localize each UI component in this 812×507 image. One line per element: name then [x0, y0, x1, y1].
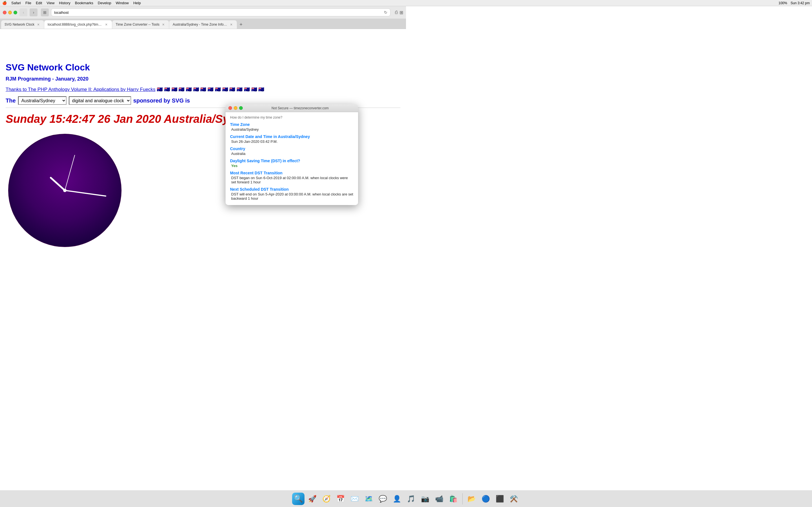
the-label: The: [6, 98, 16, 104]
tab-close-icon[interactable]: ×: [104, 22, 109, 27]
popup-how-link[interactable]: How do I determine my time zone?: [230, 115, 354, 119]
timezone-select[interactable]: Australia/Sydney UTC America/New_York Eu…: [18, 96, 66, 105]
bookmarks-menu[interactable]: Bookmarks: [75, 1, 93, 5]
svg-point-4: [63, 189, 66, 192]
popup-body: How do I determine my time zone? Time Zo…: [225, 112, 358, 205]
browser-right-controls: ⎙ ⊞: [395, 10, 403, 15]
analog-clock-container: [6, 131, 124, 249]
tab-svg-network-clock[interactable]: SVG Network Clock ×: [1, 20, 44, 29]
address-bar[interactable]: [54, 10, 384, 15]
popup-current-dt-label: Current Date and Time in Australia/Sydne…: [230, 134, 354, 139]
reload-button[interactable]: ↻: [384, 10, 388, 15]
tab-label: Australia/Sydney - Time Zone Information…: [172, 22, 227, 26]
minimize-button[interactable]: [8, 11, 12, 14]
tab-close-icon[interactable]: ×: [36, 22, 41, 27]
thanks-link[interactable]: Thanks to The PHP Anthology Volume II: A…: [6, 87, 155, 92]
tab-label: SVG Network Clock: [4, 22, 35, 26]
page-content: SVG Network Clock RJM Programming - Janu…: [0, 58, 406, 254]
tab-close-icon[interactable]: ×: [229, 22, 234, 27]
window-menu[interactable]: Window: [116, 1, 129, 5]
view-menu[interactable]: View: [47, 1, 54, 5]
browser-controls: ‹ › ⊞ ↻ ⎙ ⊞: [0, 6, 406, 18]
tab-australia-sydney[interactable]: Australia/Sydney - Time Zone Information…: [169, 20, 237, 29]
popup-titlebar: Not Secure — timezoneconverter.com: [225, 104, 358, 112]
apple-menu[interactable]: 🍎: [2, 1, 7, 5]
clock-type-select[interactable]: digital and analogue clock digital clock…: [69, 96, 131, 105]
safari-menu[interactable]: Safari: [11, 1, 21, 5]
popup-most-recent-label: Most Recent DST Transition: [230, 171, 354, 175]
browser-chrome: ‹ › ⊞ ↻ ⎙ ⊞ SVG Network Clock × localhos…: [0, 6, 406, 29]
popup-dst-value: Yes: [230, 164, 354, 168]
popup-current-dt-value: Sun 26-Jan-2020 03:42 P.M.: [230, 139, 354, 144]
subtitle: RJM Programming - January, 2020: [6, 76, 400, 82]
popup-country-value: Australia: [230, 152, 354, 156]
menubar: 🍎 Safari File Edit View History Bookmark…: [0, 0, 406, 6]
address-bar-wrapper: ↻: [51, 8, 391, 16]
popup-title: Not Secure — timezoneconverter.com: [245, 106, 355, 110]
popup-timezone-label: Time Zone: [230, 122, 354, 127]
clock-face: [6, 131, 124, 249]
history-menu[interactable]: History: [59, 1, 70, 5]
popup-dst-label: Daylight Saving Time (DST) in effect?: [230, 159, 354, 163]
popup-next-value: DST will end on Sun 5-Apr-2020 at 03:00:…: [230, 192, 354, 201]
sidebar-button[interactable]: ⊞: [41, 8, 49, 16]
popup-minimize-button[interactable]: [234, 106, 238, 110]
tab-localhost-clock[interactable]: localhost:8888/svg_clock.php?timezone=Au…: [44, 20, 112, 29]
fullscreen-button[interactable]: [13, 11, 17, 14]
traffic-lights: [3, 11, 17, 14]
tab-label: Time Zone Converter -- Tools: [116, 22, 159, 26]
new-tab-button[interactable]: ⊞: [400, 10, 403, 15]
popup-most-recent-value: DST began on Sun 6-Oct-2019 at 02:00:00 …: [230, 176, 354, 184]
back-button[interactable]: ‹: [19, 8, 28, 16]
popup-timezone-value: Australia/Sydney: [230, 127, 354, 131]
popup-traffic-lights: [229, 106, 243, 110]
popup-next-label: Next Scheduled DST Transition: [230, 187, 354, 191]
new-tab-plus-button[interactable]: +: [237, 20, 245, 29]
forward-button[interactable]: ›: [30, 8, 38, 16]
close-button[interactable]: [3, 11, 6, 14]
tabs-bar: SVG Network Clock × localhost:8888/svg_c…: [0, 18, 406, 29]
sponsored-text: sponsored by SVG is: [133, 98, 190, 104]
clock-select-line: The Australia/Sydney UTC America/New_Yor…: [6, 96, 400, 105]
popup-window[interactable]: Not Secure — timezoneconverter.com How d…: [225, 104, 358, 205]
edit-menu[interactable]: Edit: [36, 1, 42, 5]
popup-country-label: Country: [230, 147, 354, 151]
tab-timezone-converter[interactable]: Time Zone Converter -- Tools ×: [112, 20, 169, 29]
popup-close-button[interactable]: [229, 106, 232, 110]
page-title: SVG Network Clock: [6, 62, 400, 73]
file-menu[interactable]: File: [26, 1, 31, 5]
thanks-line: Thanks to The PHP Anthology Volume II: A…: [6, 87, 400, 93]
share-button[interactable]: ⎙: [395, 10, 398, 15]
develop-menu[interactable]: Develop: [98, 1, 111, 5]
flags-row: 🇦🇺 🇦🇺 🇦🇺 🇦🇺 🇦🇺 🇦🇺 🇦🇺 🇦🇺 🇦🇺 🇦🇺 🇦🇺 🇦🇺 🇦🇺 🇦…: [157, 87, 264, 92]
tab-label: localhost:8888/svg_clock.php?timezone=Au…: [48, 22, 102, 26]
popup-fullscreen-button[interactable]: [239, 106, 243, 110]
help-menu[interactable]: Help: [133, 1, 141, 5]
tab-close-icon[interactable]: ×: [161, 22, 165, 27]
